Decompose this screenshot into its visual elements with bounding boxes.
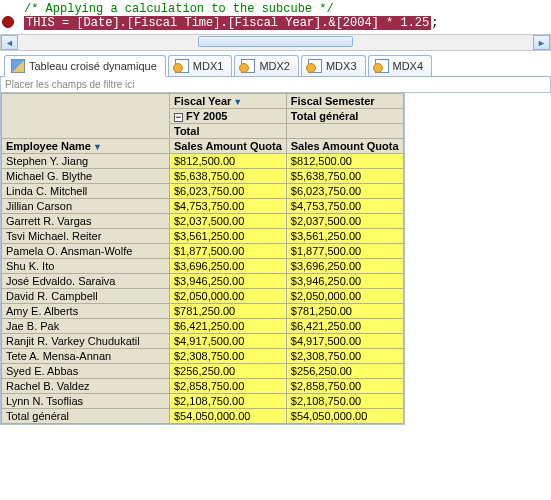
- row-label[interactable]: Total général: [2, 409, 170, 424]
- col-fy2005[interactable]: −FY 2005: [170, 109, 287, 124]
- row-label[interactable]: Amy E. Alberts: [2, 304, 170, 319]
- data-cell[interactable]: $3,946,250.00: [170, 274, 287, 289]
- data-cell[interactable]: $4,753,750.00: [170, 199, 287, 214]
- pivot-icon: [11, 59, 25, 73]
- code-editor[interactable]: /* Applying a calculation to the subcube…: [0, 0, 551, 34]
- row-label[interactable]: Pamela O. Ansman-Wolfe: [2, 244, 170, 259]
- data-cell[interactable]: $2,858,750.00: [170, 379, 287, 394]
- data-cell[interactable]: $1,877,500.00: [170, 244, 287, 259]
- row-label[interactable]: Tsvi Michael. Reiter: [2, 229, 170, 244]
- row-label[interactable]: Syed E. Abbas: [2, 364, 170, 379]
- mdx-icon: [175, 59, 189, 73]
- col-total: Total: [170, 124, 287, 139]
- tab-pivot[interactable]: Tableau croisé dynamique: [4, 55, 166, 77]
- row-label[interactable]: Jae B. Pak: [2, 319, 170, 334]
- data-cell[interactable]: $781,250.00: [286, 304, 403, 319]
- data-cell[interactable]: $2,308,750.00: [286, 349, 403, 364]
- table-row: Tsvi Michael. Reiter$3,561,250.00$3,561,…: [2, 229, 404, 244]
- scroll-right-button[interactable]: ►: [533, 35, 550, 50]
- row-label[interactable]: Garrett R. Vargas: [2, 214, 170, 229]
- data-cell[interactable]: $2,037,500.00: [170, 214, 287, 229]
- row-header-employee[interactable]: Employee Name▼: [2, 139, 170, 154]
- data-cell[interactable]: $4,917,500.00: [286, 334, 403, 349]
- row-label[interactable]: José Edvaldo. Saraiva: [2, 274, 170, 289]
- table-row: Stephen Y. Jiang$812,500.00$812,500.00: [2, 154, 404, 169]
- table-row: José Edvaldo. Saraiva$3,946,250.00$3,946…: [2, 274, 404, 289]
- row-label[interactable]: Linda C. Mitchell: [2, 184, 170, 199]
- data-cell[interactable]: $2,050,000.00: [286, 289, 403, 304]
- mdx-icon: [241, 59, 255, 73]
- table-row: Linda C. Mitchell$6,023,750.00$6,023,750…: [2, 184, 404, 199]
- table-row: Lynn N. Tsoflias$2,108,750.00$2,108,750.…: [2, 394, 404, 409]
- data-cell[interactable]: $2,108,750.00: [286, 394, 403, 409]
- collapse-icon[interactable]: −: [174, 113, 183, 122]
- row-label[interactable]: Lynn N. Tsoflias: [2, 394, 170, 409]
- row-label[interactable]: Ranjit R. Varkey Chudukatil: [2, 334, 170, 349]
- col-header-fiscal-semester[interactable]: Fiscal Semester: [286, 94, 403, 109]
- col-saq-2: Sales Amount Quota: [286, 139, 403, 154]
- data-cell[interactable]: $6,421,250.00: [170, 319, 287, 334]
- table-row: Jae B. Pak$6,421,250.00$6,421,250.00: [2, 319, 404, 334]
- tab-label: MDX1: [193, 60, 224, 72]
- table-row: Rachel B. Valdez$2,858,750.00$2,858,750.…: [2, 379, 404, 394]
- tab-label: MDX4: [393, 60, 424, 72]
- data-cell[interactable]: $5,638,750.00: [286, 169, 403, 184]
- row-label[interactable]: Tete A. Mensa-Annan: [2, 349, 170, 364]
- data-cell[interactable]: $2,037,500.00: [286, 214, 403, 229]
- data-cell[interactable]: $781,250.00: [170, 304, 287, 319]
- code-highlight[interactable]: THIS = [Date].[Fiscal Time].[Fiscal Year…: [24, 16, 431, 30]
- dropdown-icon[interactable]: ▼: [233, 97, 242, 107]
- data-cell[interactable]: $2,308,750.00: [170, 349, 287, 364]
- dropdown-icon[interactable]: ▼: [93, 142, 102, 152]
- row-label[interactable]: Michael G. Blythe: [2, 169, 170, 184]
- data-cell[interactable]: $3,696,250.00: [170, 259, 287, 274]
- data-cell[interactable]: $3,561,250.00: [286, 229, 403, 244]
- data-cell[interactable]: $3,561,250.00: [170, 229, 287, 244]
- data-cell[interactable]: $5,638,750.00: [170, 169, 287, 184]
- tab-label: Tableau croisé dynamique: [29, 60, 157, 72]
- scroll-track[interactable]: [18, 35, 533, 50]
- table-row: David R. Campbell$2,050,000.00$2,050,000…: [2, 289, 404, 304]
- row-label[interactable]: Shu K. Ito: [2, 259, 170, 274]
- data-cell[interactable]: $2,108,750.00: [170, 394, 287, 409]
- col-total-general: Total général: [286, 109, 403, 124]
- horizontal-scrollbar[interactable]: ◄ ►: [0, 34, 551, 51]
- data-cell[interactable]: $3,696,250.00: [286, 259, 403, 274]
- tab-mdx3[interactable]: MDX3: [301, 55, 366, 76]
- col-saq-1: Sales Amount Quota: [170, 139, 287, 154]
- data-cell[interactable]: $2,050,000.00: [170, 289, 287, 304]
- tab-mdx4[interactable]: MDX4: [368, 55, 433, 76]
- data-cell[interactable]: $256,250.00: [286, 364, 403, 379]
- data-cell[interactable]: $54,050,000.00: [286, 409, 403, 424]
- scroll-left-button[interactable]: ◄: [1, 35, 18, 50]
- col-header-fiscal-year[interactable]: Fiscal Year▼: [170, 94, 287, 109]
- data-cell[interactable]: $812,500.00: [286, 154, 403, 169]
- row-label[interactable]: David R. Campbell: [2, 289, 170, 304]
- tab-mdx2[interactable]: MDX2: [234, 55, 299, 76]
- data-cell[interactable]: $4,917,500.00: [170, 334, 287, 349]
- pivot-table: Fiscal Year▼ Fiscal Semester −FY 2005 To…: [0, 93, 405, 425]
- mdx-icon: [308, 59, 322, 73]
- data-cell[interactable]: $6,023,750.00: [286, 184, 403, 199]
- employee-label: Employee Name: [6, 140, 91, 152]
- row-label[interactable]: Jillian Carson: [2, 199, 170, 214]
- code-statement: THIS = [Date].[Fiscal Time].[Fiscal Year…: [4, 16, 547, 32]
- table-row: Amy E. Alberts$781,250.00$781,250.00: [2, 304, 404, 319]
- row-label[interactable]: Rachel B. Valdez: [2, 379, 170, 394]
- data-cell[interactable]: $4,753,750.00: [286, 199, 403, 214]
- data-cell[interactable]: $54,050,000.00: [170, 409, 287, 424]
- row-label[interactable]: Stephen Y. Jiang: [2, 154, 170, 169]
- data-cell[interactable]: $6,421,250.00: [286, 319, 403, 334]
- data-cell[interactable]: $812,500.00: [170, 154, 287, 169]
- scroll-thumb[interactable]: [198, 36, 353, 47]
- data-cell[interactable]: $2,858,750.00: [286, 379, 403, 394]
- data-cell[interactable]: $3,946,250.00: [286, 274, 403, 289]
- data-cell[interactable]: $256,250.00: [170, 364, 287, 379]
- tab-label: MDX3: [326, 60, 357, 72]
- table-row: Ranjit R. Varkey Chudukatil$4,917,500.00…: [2, 334, 404, 349]
- tab-mdx1[interactable]: MDX1: [168, 55, 233, 76]
- data-cell[interactable]: $6,023,750.00: [170, 184, 287, 199]
- data-cell[interactable]: $1,877,500.00: [286, 244, 403, 259]
- filter-drop-area[interactable]: Placer les champs de filtre ici: [0, 77, 551, 93]
- table-row: Shu K. Ito$3,696,250.00$3,696,250.00: [2, 259, 404, 274]
